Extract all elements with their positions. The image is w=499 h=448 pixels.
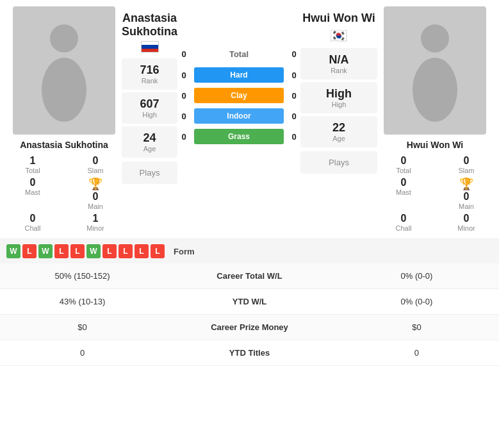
left-player-stats-grid: 1 Total 0 Slam 0 Mast 🏆 0 Main 0 xyxy=(6,155,122,232)
right-main-label: Main xyxy=(459,203,474,210)
right-name-large: Hwui Won Wi xyxy=(302,12,375,25)
right-rank-box: N/A Rank xyxy=(300,48,377,79)
right-slam-label: Slam xyxy=(458,167,474,174)
left-main-label: Main xyxy=(88,203,103,210)
right-trophy-cell: 🏆 0 Main xyxy=(440,177,493,210)
right-flag-kr: 🇰🇷 xyxy=(330,28,347,44)
right-chall-label: Chall xyxy=(395,224,411,232)
hard-row: 0 Hard 0 xyxy=(177,67,300,83)
left-total-cell: 1 Total xyxy=(6,155,59,174)
svg-point-1 xyxy=(42,58,86,122)
left-trophy-icon: 🏆 xyxy=(88,177,102,191)
left-name-display: AnastasiaSukhotina xyxy=(122,12,177,54)
form-badge-0: W xyxy=(6,244,20,258)
right-mast-cell: 0 Mast xyxy=(377,177,430,210)
stats-table: 50% (150-152)Career Total W/L0% (0-0)43%… xyxy=(0,263,499,366)
left-rank-box: 716 Rank xyxy=(122,58,177,90)
right-mast-value: 0 xyxy=(401,177,407,188)
left-plays-label: Plays xyxy=(128,168,171,178)
stats-center-0: Career Total W/L xyxy=(165,263,334,289)
form-badge-8: L xyxy=(135,244,149,258)
left-name-large: AnastasiaSukhotina xyxy=(122,12,177,38)
right-high-box: High High xyxy=(300,82,377,113)
right-name-display: Hwui Won Wi 🇰🇷 xyxy=(302,12,375,44)
left-high-box: 607 High xyxy=(122,92,177,124)
left-player-name: Anastasia Sukhotina xyxy=(20,140,108,150)
left-indoor-score: 0 xyxy=(177,112,190,121)
clay-row: 0 Clay 0 xyxy=(177,88,300,103)
stats-left-3: 0 xyxy=(0,340,165,366)
left-total-label: Total xyxy=(25,167,40,174)
svg-point-2 xyxy=(421,24,449,53)
left-main-value: 0 xyxy=(93,191,99,203)
form-section: WLWLLWLLLL Form xyxy=(0,238,499,263)
form-badge-1: L xyxy=(22,244,37,258)
form-badges: WLWLLWLLLL xyxy=(6,244,165,258)
left-chall-cell: 0 Chall xyxy=(6,213,59,232)
form-badge-3: L xyxy=(54,244,69,258)
stats-row-1: 43% (10-13)YTD W/L0% (0-0) xyxy=(0,289,499,315)
left-chall-label: Chall xyxy=(24,224,40,232)
left-mast-label: Mast xyxy=(25,188,40,196)
hard-badge: Hard xyxy=(194,67,284,83)
courts-column: 0 Total 0 0 Hard 0 0 Clay 0 0 Indoor 0 xyxy=(177,6,300,232)
right-main-value: 0 xyxy=(464,191,470,203)
left-trophy-cell: 🏆 0 Main xyxy=(69,177,122,210)
indoor-badge: Indoor xyxy=(194,108,284,124)
svg-point-0 xyxy=(50,24,78,53)
right-age-value: 22 xyxy=(308,121,370,135)
right-hard-score: 0 xyxy=(288,71,300,80)
stats-center-2: Career Prize Money xyxy=(165,315,334,340)
left-plays-box: Plays xyxy=(122,162,177,184)
stats-right-2: $0 xyxy=(334,315,499,340)
left-high-label: High xyxy=(129,111,170,119)
form-badge-5: W xyxy=(86,244,101,258)
left-mast-value: 0 xyxy=(30,177,36,188)
main-container: Anastasia Sukhotina 1 Total 0 Slam 0 Mas… xyxy=(0,0,499,366)
right-total-value: 0 xyxy=(401,155,407,167)
center-column: AnastasiaSukhotina 716 Rank 607 High 24 … xyxy=(122,6,177,232)
form-title: Form xyxy=(174,247,195,256)
left-grass-score: 0 xyxy=(177,132,190,142)
form-badge-4: L xyxy=(70,244,85,258)
left-player-photo xyxy=(13,6,115,135)
form-badge-9: L xyxy=(151,244,165,258)
left-flag-container xyxy=(122,41,177,54)
total-label: Total xyxy=(194,46,284,62)
left-slam-value: 0 xyxy=(93,155,99,167)
clay-badge: Clay xyxy=(194,88,284,103)
left-total-value: 1 xyxy=(30,155,36,167)
right-flag-container: 🇰🇷 xyxy=(302,28,375,44)
left-chall-value: 0 xyxy=(30,213,36,224)
right-total-label: Total xyxy=(396,167,411,174)
right-player-card: Hwui Won Wi 0 Total 0 Slam 0 Mast 🏆 0 M xyxy=(377,6,493,232)
left-age-value: 24 xyxy=(129,131,170,145)
right-player-silhouette xyxy=(403,19,467,122)
right-minor-label: Minor xyxy=(457,224,475,232)
right-plays-box: Plays xyxy=(300,151,377,174)
form-badge-2: W xyxy=(38,244,53,258)
right-rank-label: Rank xyxy=(308,67,370,74)
player-section: Anastasia Sukhotina 1 Total 0 Slam 0 Mas… xyxy=(0,0,499,238)
left-minor-value: 1 xyxy=(93,213,99,224)
right-rank-value: N/A xyxy=(308,53,370,67)
right-mast-label: Mast xyxy=(396,188,411,196)
stats-row-0: 50% (150-152)Career Total W/L0% (0-0) xyxy=(0,263,499,289)
right-player-stats-grid: 0 Total 0 Slam 0 Mast 🏆 0 Main 0 xyxy=(377,155,493,232)
stats-left-2: $0 xyxy=(0,315,165,340)
left-slam-cell: 0 Slam xyxy=(69,155,122,174)
stats-right-3: 0 xyxy=(334,340,499,366)
right-chall-value: 0 xyxy=(401,213,407,224)
right-grass-score: 0 xyxy=(288,132,300,142)
left-high-value: 607 xyxy=(129,97,170,111)
stats-center-1: YTD W/L xyxy=(165,289,334,315)
left-flag-ru xyxy=(141,41,159,53)
left-age-box: 24 Age xyxy=(122,126,177,158)
stats-center-3: YTD Titles xyxy=(165,340,334,366)
stats-right-0: 0% (0-0) xyxy=(334,263,499,289)
right-chall-cell: 0 Chall xyxy=(377,213,430,232)
left-minor-label: Minor xyxy=(86,224,104,232)
right-minor-cell: 0 Minor xyxy=(440,213,493,232)
right-total-cell: 0 Total xyxy=(377,155,430,174)
right-plays-label: Plays xyxy=(307,158,371,167)
